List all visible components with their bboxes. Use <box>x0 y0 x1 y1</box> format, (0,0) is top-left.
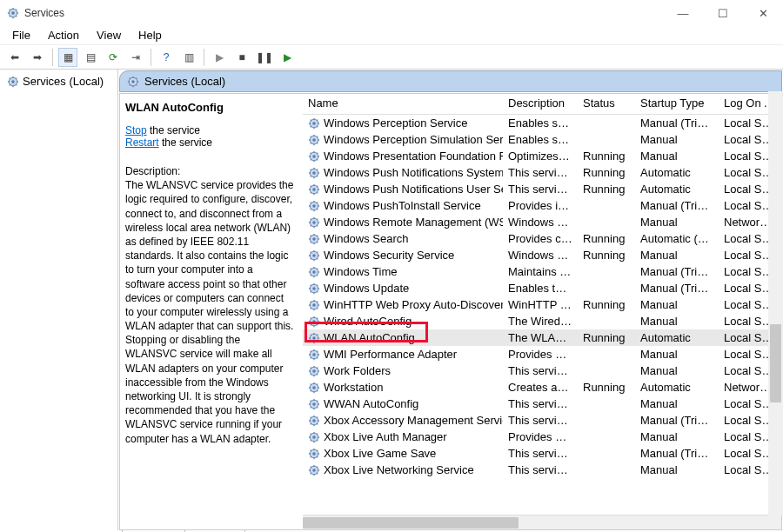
service-row[interactable]: Windows PushToInstall ServiceProvides in… <box>303 197 781 214</box>
menu-action[interactable]: Action <box>41 27 86 43</box>
gear-icon <box>308 283 320 295</box>
gear-icon <box>308 398 320 410</box>
vertical-scrollbar[interactable] <box>768 91 783 515</box>
tree-root-services-local[interactable]: Services (Local) <box>2 73 116 90</box>
minimize-button[interactable]: — <box>663 0 703 26</box>
service-name: Workstation <box>324 381 383 394</box>
service-row[interactable]: Windows Push Notifications User Servi...… <box>303 181 781 197</box>
service-row[interactable]: Windows SearchProvides co...RunningAutom… <box>303 230 781 247</box>
toolbar: ⬅ ➡ ▦ ▤ ⟳ ⇥ ? ▥ ▶ ■ ❚❚ ▶ <box>0 45 783 70</box>
service-startup-type: Manual <box>635 362 719 380</box>
back-button[interactable]: ⬅ <box>5 48 24 67</box>
service-row[interactable]: Work FoldersThis service ...ManualLocal … <box>303 362 781 379</box>
maximize-button[interactable]: ☐ <box>703 0 743 26</box>
service-status <box>578 203 635 209</box>
col-description[interactable]: Description <box>503 94 578 114</box>
service-status: Running <box>578 329 635 347</box>
titlebar: Services — ☐ ✕ <box>0 0 783 26</box>
service-name: Windows Perception Simulation Service <box>324 133 503 146</box>
menu-file[interactable]: File <box>5 27 37 43</box>
service-row[interactable]: Wired AutoConfigThe Wired A...ManualLoca… <box>303 313 781 329</box>
toolbar-divider <box>151 49 151 66</box>
service-name: Xbox Live Auth Manager <box>324 430 447 443</box>
service-startup-type: Manual <box>635 428 719 446</box>
service-row[interactable]: Xbox Accessory Management ServiceThis se… <box>303 412 781 429</box>
service-row[interactable]: WinHTTP Web Proxy Auto-Discovery S...Win… <box>303 296 781 313</box>
service-description: This service ... <box>503 461 578 479</box>
show-hide-tree-button[interactable]: ▦ <box>58 48 77 67</box>
service-row[interactable]: WorkstationCreates and ...RunningAutomat… <box>303 379 781 396</box>
description-label: Description: <box>125 164 294 178</box>
service-status <box>578 369 635 374</box>
restart-service-button[interactable]: ▶ <box>278 48 297 67</box>
service-status: Running <box>578 296 635 314</box>
service-row[interactable]: Windows Security ServiceWindows Se...Run… <box>303 247 781 263</box>
service-name: Xbox Live Networking Service <box>324 463 474 476</box>
restart-service-line: Restart the service <box>125 136 294 149</box>
right-pane: Services (Local) WLAN AutoConfig Stop th… <box>118 70 783 530</box>
service-startup-type: Manual (Trigg... <box>635 196 719 215</box>
service-startup-type: Manual (Trigg... <box>635 444 719 462</box>
service-name: Wired AutoConfig <box>324 315 412 328</box>
service-row[interactable]: Xbox Live Networking ServiceThis service… <box>303 462 781 478</box>
service-row[interactable]: Xbox Live Game SaveThis service ...Manua… <box>303 445 781 462</box>
service-row[interactable]: Windows Push Notifications System Se...T… <box>303 164 781 181</box>
columns-button[interactable]: ▥ <box>179 48 198 67</box>
restart-service-link[interactable]: Restart <box>125 136 159 149</box>
column-headers: Name Description Status Startup Type Log… <box>303 94 781 115</box>
service-row[interactable]: WWAN AutoConfigThis service ...ManualLoc… <box>303 396 781 412</box>
gear-icon <box>308 134 320 146</box>
horizontal-scrollbar[interactable] <box>303 515 781 529</box>
start-service-button[interactable]: ▶ <box>210 48 229 67</box>
services-icon <box>7 7 19 19</box>
refresh-button[interactable]: ⟳ <box>104 48 123 67</box>
service-row[interactable]: Windows Perception ServiceEnables spat..… <box>303 115 781 131</box>
pause-service-button[interactable]: ❚❚ <box>255 48 274 67</box>
export-button[interactable]: ⇥ <box>126 48 145 67</box>
service-status <box>578 319 635 324</box>
service-row[interactable]: WLAN AutoConfigThe WLANS...RunningAutoma… <box>303 329 781 346</box>
gear-icon <box>308 266 320 278</box>
help-button[interactable]: ? <box>157 48 176 67</box>
detail-pane: WLAN AutoConfig Stop the service Restart… <box>120 94 303 529</box>
service-status <box>578 468 635 473</box>
gear-icon <box>308 365 320 377</box>
service-description: Optimizes p... <box>503 147 578 165</box>
gear-icon <box>308 448 320 460</box>
service-description: Creates and ... <box>503 378 578 396</box>
service-name: Windows Search <box>324 232 409 245</box>
service-description: Enables the ... <box>503 279 578 297</box>
service-row[interactable]: Xbox Live Auth ManagerProvides aut...Man… <box>303 429 781 445</box>
menu-help[interactable]: Help <box>131 27 169 43</box>
service-name: Windows Push Notifications User Servi... <box>324 183 503 196</box>
description-text: The WLANSVC service provides the logic r… <box>125 178 294 446</box>
service-description: WinHTTP im... <box>503 296 578 314</box>
forward-button[interactable]: ➡ <box>28 48 47 67</box>
service-row[interactable]: Windows Presentation Foundation Fo...Opt… <box>303 148 781 164</box>
service-row[interactable]: Windows Perception Simulation ServiceEna… <box>303 131 781 148</box>
service-row[interactable]: Windows Remote Management (WS-...Windows… <box>303 214 781 230</box>
stop-service-button[interactable]: ■ <box>232 48 251 67</box>
service-startup-type: Manual <box>635 345 719 363</box>
service-row[interactable]: Windows UpdateEnables the ...Manual (Tri… <box>303 280 781 296</box>
service-description: Windows Se... <box>503 246 578 264</box>
col-startup-type[interactable]: Startup Type <box>635 94 719 114</box>
service-status: Running <box>578 246 635 264</box>
service-row[interactable]: Windows TimeMaintains d...Manual (Trigg.… <box>303 263 781 280</box>
gear-icon <box>308 183 320 196</box>
col-status[interactable]: Status <box>578 94 635 114</box>
service-startup-type: Manual <box>635 130 719 149</box>
service-row[interactable]: WMI Performance AdapterProvides per...Ma… <box>303 346 781 362</box>
menu-view[interactable]: View <box>90 27 128 43</box>
tree-pane: Services (Local) <box>0 70 118 530</box>
stop-service-link[interactable]: Stop <box>125 124 147 136</box>
service-name: Windows Update <box>324 282 409 295</box>
tree-root-label: Services (Local) <box>23 75 104 88</box>
gear-icon <box>308 332 320 344</box>
col-name[interactable]: Name <box>303 94 503 114</box>
close-button[interactable]: ✕ <box>743 0 783 26</box>
service-description: Enables spat... <box>503 130 578 149</box>
service-startup-type: Manual <box>635 461 719 479</box>
stop-service-line: Stop the service <box>125 124 294 136</box>
properties-button[interactable]: ▤ <box>81 48 100 67</box>
